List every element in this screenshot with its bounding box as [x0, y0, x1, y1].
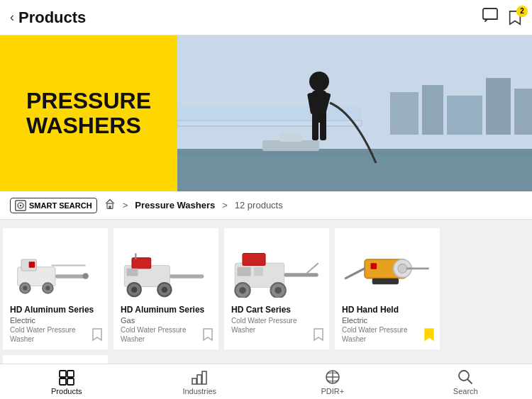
product-series: Gas: [121, 316, 211, 325]
product-name: HD Hand Held: [342, 305, 433, 315]
product-image: [121, 235, 211, 299]
product-card[interactable]: HD Hand Held Electric Cold Water Pressur…: [335, 228, 440, 349]
nav-label-pdir: PDIR+: [321, 387, 344, 395]
svg-rect-11: [177, 120, 362, 126]
breadcrumb-sep-2: >: [222, 200, 228, 210]
header-right: 2: [482, 8, 522, 27]
svg-line-79: [468, 379, 472, 383]
svg-rect-23: [109, 206, 111, 208]
smart-search-button[interactable]: SMART SEARCH: [10, 198, 97, 213]
product-card[interactable]: HD Cart Series Cold Water Pressure Washe…: [224, 228, 329, 349]
hero-text-panel: PRESSURE WASHERS: [0, 35, 177, 191]
svg-rect-35: [132, 258, 151, 269]
svg-rect-73: [197, 375, 201, 384]
bottom-nav: Products Industries PDIR+ Search: [0, 364, 532, 399]
svg-rect-51: [254, 267, 263, 276]
svg-rect-5: [486, 78, 511, 135]
svg-rect-10: [280, 133, 301, 142]
breadcrumb-sep-1: >: [123, 200, 128, 210]
nav-label-search: Search: [453, 387, 478, 395]
product-series: Electric: [342, 316, 433, 325]
product-desc: Cold Water Pressure Washer: [121, 325, 211, 344]
product-desc: Cold Water Pressure Washer: [10, 325, 101, 344]
page-title: Products: [18, 9, 86, 27]
svg-rect-74: [202, 371, 206, 384]
product-card[interactable]: HD Hand Held Gas Cold Water Pressure Was…: [3, 355, 108, 364]
svg-point-27: [23, 286, 27, 291]
svg-line-57: [345, 269, 365, 279]
svg-rect-18: [320, 119, 326, 140]
home-icon[interactable]: [104, 198, 116, 213]
svg-rect-12: [177, 106, 362, 120]
bookmark-button[interactable]: [314, 328, 323, 344]
svg-rect-72: [192, 378, 196, 384]
product-series: Electric: [10, 316, 101, 325]
nav-item-search[interactable]: Search: [399, 364, 533, 399]
hero-title: PRESSURE WASHERS: [26, 89, 151, 138]
svg-rect-6: [514, 89, 532, 135]
svg-point-31: [82, 274, 89, 280]
svg-rect-3: [422, 85, 443, 135]
svg-point-21: [20, 204, 21, 206]
svg-point-56: [398, 264, 407, 274]
svg-rect-70: [60, 378, 66, 385]
bookmark-button[interactable]: [424, 328, 434, 344]
svg-rect-4: [447, 96, 482, 135]
svg-rect-8: [177, 152, 532, 154]
header: ‹ Products 2: [0, 0, 532, 35]
svg-rect-59: [371, 264, 377, 270]
svg-rect-33: [29, 262, 35, 269]
svg-point-48: [275, 287, 282, 294]
svg-point-29: [45, 286, 50, 291]
product-desc: Cold Water Pressure Washer: [342, 325, 433, 344]
breadcrumb-count: 12 products: [235, 200, 283, 210]
svg-line-52: [307, 264, 318, 274]
svg-rect-71: [67, 378, 74, 385]
svg-rect-54: [372, 279, 399, 285]
product-name: HD Aluminum Series: [121, 305, 211, 315]
bookmark-badge-icon[interactable]: 2: [508, 10, 522, 26]
svg-rect-44: [243, 254, 265, 266]
bookmark-button[interactable]: [92, 328, 102, 344]
chat-icon[interactable]: [482, 8, 498, 27]
svg-rect-7: [177, 149, 532, 191]
header-left: ‹ Products: [10, 9, 86, 27]
svg-rect-9: [262, 140, 319, 151]
products-grid: HD Aluminum Series Electric Cold Water P…: [0, 220, 532, 364]
product-name: HD Aluminum Series: [10, 305, 101, 315]
product-image: [342, 235, 433, 299]
hero-image: [177, 35, 532, 191]
svg-rect-2: [390, 92, 419, 135]
nav-label-industries: Industries: [182, 387, 216, 395]
svg-rect-50: [238, 267, 251, 276]
nav-item-products[interactable]: Products: [0, 364, 133, 399]
badge-count: 2: [516, 6, 528, 17]
svg-point-37: [131, 287, 138, 293]
svg-rect-69: [67, 371, 74, 377]
bookmark-button[interactable]: [203, 328, 213, 344]
product-desc: Cold Water Pressure Washer: [231, 316, 322, 344]
svg-rect-68: [60, 371, 66, 377]
svg-point-39: [162, 287, 168, 293]
svg-rect-49: [284, 274, 318, 277]
svg-rect-41: [127, 269, 138, 276]
nav-item-industries[interactable]: Industries: [133, 364, 267, 399]
nav-label-products: Products: [51, 387, 82, 395]
svg-rect-0: [483, 9, 497, 19]
hero-banner: PRESSURE WASHERS: [0, 35, 532, 191]
smart-search-label: SMART SEARCH: [29, 201, 92, 210]
breadcrumb-bar: SMART SEARCH > Pressure Washers > 12 pro…: [0, 191, 532, 220]
product-card[interactable]: HD Aluminum Series Electric Cold Water P…: [3, 228, 108, 349]
nav-item-pdir[interactable]: PDIR+: [266, 364, 399, 399]
svg-point-46: [239, 287, 246, 294]
product-image: [231, 235, 322, 299]
svg-rect-30: [55, 275, 86, 279]
svg-rect-17: [312, 119, 318, 140]
product-name: HD Cart Series: [231, 305, 322, 315]
product-image: [10, 235, 101, 299]
back-icon[interactable]: ‹: [10, 10, 14, 25]
svg-point-13: [309, 72, 329, 91]
product-card[interactable]: HD Aluminum Series Gas Cold Water Pressu…: [113, 228, 218, 349]
svg-rect-40: [170, 275, 204, 279]
breadcrumb-category[interactable]: Pressure Washers: [135, 200, 215, 210]
